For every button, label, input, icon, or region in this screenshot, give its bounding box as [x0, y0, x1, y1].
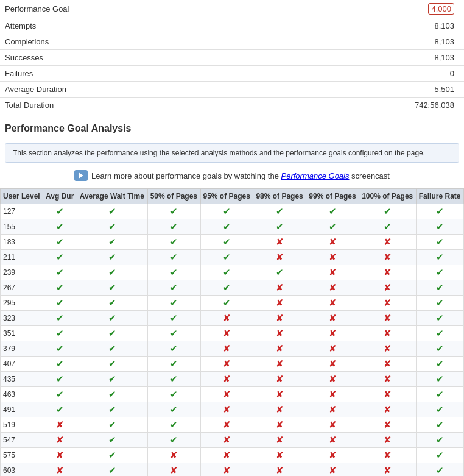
cross-icon: ✘ — [223, 389, 231, 399]
user-level: 379 — [1, 341, 43, 357]
check-mark: ✔ — [416, 372, 463, 387]
check-icon: ✔ — [223, 267, 231, 277]
table-row: 295✔✔✔✔✘✘✘✔ — [1, 296, 464, 311]
check-mark: ✔ — [43, 357, 77, 372]
cross-mark: ✘ — [359, 402, 417, 417]
check-mark: ✔ — [416, 326, 463, 341]
check-mark: ✔ — [147, 296, 200, 311]
check-icon: ✔ — [436, 343, 444, 353]
cross-mark: ✘ — [306, 387, 359, 402]
table-row: 379✔✔✔✘✘✘✘✔ — [1, 341, 464, 357]
check-mark: ✔ — [77, 265, 147, 280]
cross-mark: ✘ — [306, 235, 359, 250]
cross-mark: ✘ — [359, 341, 417, 357]
check-icon: ✔ — [56, 282, 64, 293]
cross-mark: ✘ — [359, 417, 417, 433]
check-mark: ✔ — [43, 235, 77, 250]
cross-icon: ✘ — [329, 343, 337, 353]
user-level: 603 — [1, 463, 43, 477]
table-row: 463✔✔✔✘✘✘✘✔ — [1, 387, 464, 402]
check-icon: ✔ — [276, 221, 284, 232]
cross-mark: ✘ — [306, 372, 359, 387]
check-mark: ✔ — [416, 204, 463, 219]
summary-value: 4.000 — [122, 0, 464, 18]
check-mark: ✔ — [77, 433, 147, 448]
table-row: 183✔✔✔✔✘✘✘✔ — [1, 235, 464, 250]
user-level: 351 — [1, 326, 43, 341]
check-mark: ✔ — [253, 204, 306, 219]
check-mark: ✔ — [43, 387, 77, 402]
check-mark: ✔ — [416, 417, 463, 433]
info-text: This section analyzes the performance us… — [13, 149, 425, 157]
cross-mark: ✘ — [359, 265, 417, 280]
check-mark: ✔ — [416, 357, 463, 372]
table-row: 547✘✔✔✘✘✘✘✔ — [1, 433, 464, 448]
cross-icon: ✘ — [276, 435, 284, 445]
check-icon: ✔ — [436, 358, 444, 369]
check-mark: ✔ — [147, 311, 200, 326]
cross-mark: ✘ — [306, 341, 359, 357]
check-icon: ✔ — [436, 252, 444, 262]
check-icon: ✔ — [170, 206, 178, 216]
check-icon: ✔ — [436, 206, 444, 216]
cross-icon: ✘ — [56, 419, 64, 430]
cross-icon: ✘ — [384, 297, 392, 308]
cross-icon: ✘ — [329, 328, 337, 338]
check-icon: ✔ — [108, 267, 116, 277]
check-icon: ✔ — [56, 343, 64, 353]
cross-mark: ✘ — [306, 357, 359, 372]
cross-mark: ✘ — [306, 296, 359, 311]
check-mark: ✔ — [43, 250, 77, 265]
cross-icon: ✘ — [223, 328, 231, 338]
check-mark: ✔ — [416, 387, 463, 402]
check-icon: ✔ — [170, 374, 178, 384]
analysis-table: User LevelAvg DurAverage Wait Time50% of… — [0, 188, 464, 476]
check-icon: ✔ — [276, 206, 284, 216]
cross-mark: ✘ — [200, 311, 253, 326]
check-mark: ✔ — [147, 265, 200, 280]
summary-row: Total Duration742:56.038 — [0, 98, 464, 113]
cross-mark: ✘ — [359, 280, 417, 296]
check-mark: ✔ — [416, 402, 463, 417]
cross-icon: ✘ — [276, 374, 284, 384]
cross-icon: ✘ — [329, 297, 337, 308]
cross-icon: ✘ — [56, 450, 64, 460]
cross-icon: ✘ — [384, 328, 392, 338]
cross-icon: ✘ — [329, 465, 337, 475]
check-mark: ✔ — [43, 219, 77, 235]
cross-icon: ✘ — [223, 313, 231, 323]
screencast-anchor[interactable]: Performance Goals — [281, 171, 349, 180]
summary-value: 8,103 — [122, 34, 464, 50]
check-icon: ✔ — [436, 389, 444, 399]
cross-mark: ✘ — [359, 448, 417, 463]
check-icon: ✔ — [436, 236, 444, 247]
cross-icon: ✘ — [276, 465, 284, 475]
table-row: 407✔✔✔✘✘✘✘✔ — [1, 357, 464, 372]
check-icon: ✔ — [108, 252, 116, 262]
column-header: Avg Dur — [43, 189, 77, 204]
table-row: 239✔✔✔✔✔✘✘✔ — [1, 265, 464, 280]
check-icon: ✔ — [108, 419, 116, 430]
cross-mark: ✘ — [200, 463, 253, 477]
check-mark: ✔ — [200, 204, 253, 219]
cross-mark: ✘ — [359, 372, 417, 387]
cross-icon: ✘ — [329, 282, 337, 293]
summary-label: Total Duration — [0, 98, 122, 113]
summary-value: 8,103 — [122, 18, 464, 34]
check-icon: ✔ — [56, 221, 64, 232]
check-mark: ✔ — [147, 372, 200, 387]
cross-icon: ✘ — [384, 252, 392, 262]
cross-icon: ✘ — [384, 267, 392, 277]
user-level: 183 — [1, 235, 43, 250]
check-icon: ✔ — [436, 435, 444, 445]
check-icon: ✔ — [56, 358, 64, 369]
check-mark: ✔ — [359, 204, 417, 219]
check-mark: ✔ — [77, 204, 147, 219]
cross-mark: ✘ — [306, 280, 359, 296]
user-level: 267 — [1, 280, 43, 296]
check-mark: ✔ — [416, 341, 463, 357]
check-mark: ✔ — [416, 250, 463, 265]
cross-mark: ✘ — [306, 448, 359, 463]
check-mark: ✔ — [43, 372, 77, 387]
screencast-link-container[interactable]: Learn more about performance goals by wa… — [74, 170, 390, 181]
